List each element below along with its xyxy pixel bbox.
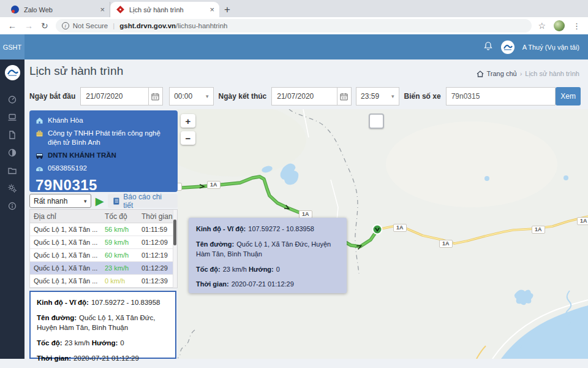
detailed-report-button[interactable]: Báo cáo chi tiết <box>108 194 178 208</box>
heading-label: Hướng: <box>92 339 118 347</box>
map-canvas[interactable]: 1A 1A 1A 1A 1A 1A + − Kinh độ - Vĩ độ:10… <box>178 109 588 359</box>
browser-menu-icon[interactable]: ⋮ <box>573 21 581 31</box>
end-calendar-icon[interactable] <box>337 87 352 105</box>
sidebar-item-monitor-icon[interactable] <box>0 108 24 126</box>
heading-value: 0 <box>120 339 124 347</box>
tab-lich-su-hanh-trinh[interactable]: Lịch sử hành trình × <box>110 2 219 17</box>
user-name[interactable]: A Thuỷ (Vụ vận tải) <box>522 44 579 51</box>
time-value: 2020-07-21 01:12:29 <box>74 355 139 362</box>
row-speed: 60 km/h <box>105 251 141 259</box>
sidebar-item-report-icon[interactable] <box>0 126 24 144</box>
back-icon[interactable]: ← <box>8 21 17 31</box>
row-time: 01:12:39 <box>141 277 173 285</box>
col-speed: Tốc độ <box>105 212 141 221</box>
vehicle-marker[interactable] <box>373 225 382 234</box>
company-icon <box>36 129 43 137</box>
road-sign-1a: 1A <box>207 181 221 189</box>
plate-input[interactable]: 79n0315 <box>446 87 556 105</box>
zoom-in-button[interactable]: + <box>181 114 195 128</box>
col-address: Địa chỉ <box>30 212 105 221</box>
road-sign-1a: 1A <box>393 224 407 232</box>
sidebar-item-dashboard-icon[interactable] <box>0 90 24 108</box>
speed-value: 23 km/h <box>223 266 247 273</box>
table-header: Địa chỉ Tốc độ Thời gian <box>30 210 177 223</box>
sidebar-nav <box>0 59 24 359</box>
table-scrollbar[interactable] <box>173 210 177 288</box>
close-tab-icon[interactable]: × <box>100 5 105 14</box>
coords-value: 107.59272 - 10.83958 <box>248 225 314 232</box>
speed-label: Tốc độ: <box>37 339 62 347</box>
end-time-select[interactable]: 23:59 ▾ <box>356 87 399 105</box>
map-zoom-control: + − <box>181 114 195 148</box>
vehicle-phone: 0583855192 <box>48 164 87 173</box>
row-address: Quốc Lộ 1, Xã Tân ... <box>30 251 105 259</box>
chevron-down-icon: ▾ <box>206 93 209 99</box>
map-tooltip: Kinh độ - Vĩ độ:107.59272 - 10.83958 Tên… <box>189 218 347 293</box>
vehicle-company: Công ty TNHH Phát triển công nghệ điện t… <box>48 129 172 147</box>
bookmark-star-icon[interactable]: ☆ <box>538 21 546 31</box>
user-avatar[interactable] <box>501 40 514 54</box>
start-date-input[interactable]: 21/07/2020 <box>80 87 148 105</box>
page-title: Lịch sử hành trình <box>29 64 123 78</box>
vehicle-plate: 79N0315 <box>36 177 172 194</box>
table-row[interactable]: Quốc Lộ 1, Xã Tân ... 60 km/h 01:12:19 <box>30 249 177 262</box>
tab-label: Zalo Web <box>24 6 96 13</box>
new-tab-button[interactable]: + <box>219 2 235 17</box>
sidebar-item-contrast-icon[interactable] <box>0 144 24 161</box>
table-row[interactable]: Quốc Lộ 1, Xã Tân ... 0 km/h 01:12:39 <box>30 275 177 288</box>
vehicle-province: Khánh Hòa <box>48 116 83 125</box>
map-layer-button[interactable] <box>369 113 384 129</box>
notification-bell-icon[interactable] <box>483 41 493 53</box>
play-button[interactable]: ▶ <box>96 196 104 207</box>
row-speed: 23 km/h <box>105 264 141 272</box>
tab-zalo-web[interactable]: Zalo Web × <box>5 2 110 17</box>
sidebar-item-info-icon[interactable] <box>0 197 24 215</box>
scrollbar-thumb[interactable] <box>173 220 176 245</box>
row-time: 01:11:59 <box>141 226 173 233</box>
close-tab-icon[interactable]: × <box>209 5 214 14</box>
report-book-icon <box>113 197 120 205</box>
end-date-input[interactable]: 21/07/2020 <box>271 87 337 105</box>
lake <box>514 290 533 305</box>
home-icon <box>477 71 484 77</box>
reload-icon[interactable]: ↻ <box>41 21 48 31</box>
brand-logo[interactable]: GSHT <box>0 34 24 59</box>
site-info-icon[interactable]: i <box>62 22 69 29</box>
col-time: Thời gian <box>141 212 173 221</box>
coords-value: 107.59272 - 10.83958 <box>91 299 160 306</box>
url-domain: gsht.drvn.gov.vn <box>119 22 176 29</box>
table-row-selected[interactable]: Quốc Lộ 1, Xã Tân ... 23 km/h 01:12:29 <box>30 262 177 275</box>
heading-value: 0 <box>276 266 280 273</box>
start-date-label: Ngày bắt đầu <box>29 92 75 101</box>
breadcrumb-home[interactable]: Trang chủ <box>487 70 517 77</box>
road-sign-1a: 1A <box>577 217 588 225</box>
chevron-down-icon: ▾ <box>84 198 87 204</box>
sidebar-item-settings-icon[interactable] <box>0 179 24 197</box>
forward-icon[interactable]: → <box>24 21 33 31</box>
browser-profile-avatar[interactable] <box>554 20 565 31</box>
start-time-select[interactable]: 00:00 ▾ <box>169 87 213 105</box>
zoom-out-button[interactable]: − <box>181 131 195 145</box>
filter-bar: Ngày bắt đầu 21/07/2020 00:00 ▾ Ngày kết… <box>29 86 581 106</box>
row-speed: 0 km/h <box>105 277 141 285</box>
view-button[interactable]: Xem <box>556 87 581 105</box>
zalo-favicon-icon <box>11 6 19 13</box>
breadcrumb-separator: › <box>520 70 522 77</box>
playback-speed-select[interactable]: Rất nhanh ▾ <box>29 194 91 208</box>
speed-value: 23 km/h <box>65 339 90 347</box>
chevron-down-icon: ▾ <box>391 93 394 99</box>
heading-label: Hướng: <box>249 266 274 273</box>
breadcrumb-current: Lịch sử hành trình <box>525 70 579 77</box>
table-row[interactable]: Quốc Lộ 1, Xã Tân ... 56 km/h 01:11:59 <box>30 223 177 236</box>
track-points-table: Địa chỉ Tốc độ Thời gian Quốc Lộ 1, Xã T… <box>29 209 178 288</box>
row-address: Quốc Lộ 1, Xã Tân ... <box>30 226 105 233</box>
sidebar-item-folder-icon[interactable] <box>0 161 24 179</box>
speed-label: Tốc độ: <box>196 266 221 273</box>
plate-label: Biển số xe <box>404 92 441 101</box>
end-date-label: Ngày kết thúc <box>219 92 267 101</box>
url-path: /lichsu-hanhtrinh <box>176 22 227 29</box>
start-calendar-icon[interactable] <box>149 87 163 105</box>
table-row[interactable]: Quốc Lộ 1, Xã Tân ... 59 km/h 01:12:09 <box>30 236 177 249</box>
tab-label: Lịch sử hành trình <box>129 6 206 13</box>
address-bar[interactable]: i Not Secure | gsht.drvn.gov.vn /lichsu-… <box>56 19 532 33</box>
